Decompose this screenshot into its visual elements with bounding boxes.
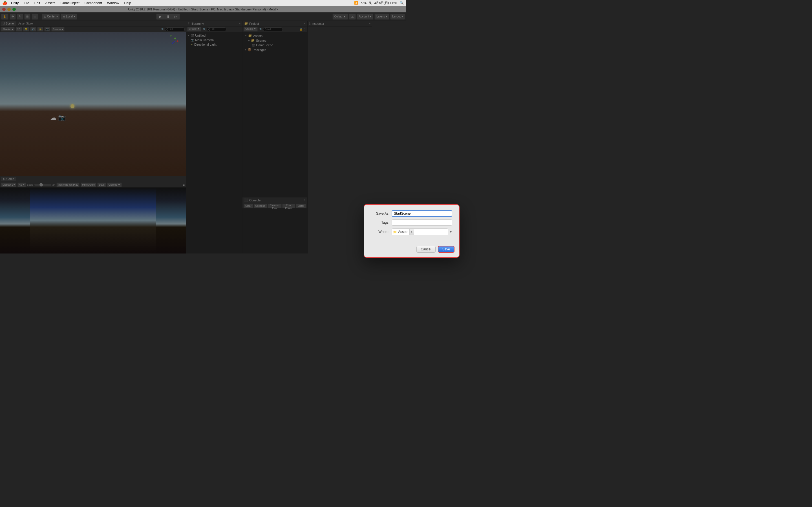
menu-file[interactable]: File	[21, 1, 31, 6]
datetime: 3月8日(日) 11:41	[374, 1, 398, 5]
menu-gameobject[interactable]: GameObject	[58, 1, 82, 6]
menu-component[interactable]: Component	[82, 1, 104, 6]
spotlight-icon[interactable]: 🔍	[400, 1, 404, 5]
apple-menu[interactable]: 🍎	[2, 1, 7, 5]
save-as-row: Save As:	[371, 210, 406, 217]
menu-help[interactable]: Help	[122, 1, 133, 6]
modal-overlay: Save As: Tags: Where: 📁 Assets ▲ ▼ ▼	[0, 0, 406, 253]
tags-label: Tags:	[371, 221, 389, 224]
tags-row: Tags:	[371, 219, 406, 226]
where-row: Where: 📁 Assets ▲ ▼ ▼	[371, 228, 406, 235]
menu-assets[interactable]: Assets	[43, 1, 57, 6]
menubar-right: 📶 77% 英 3月8日(日) 11:41 🔍	[354, 1, 404, 5]
dialog-buttons: Cancel Save	[364, 244, 406, 253]
battery-status: 77%	[360, 1, 366, 5]
where-label: Where:	[371, 230, 389, 234]
save-as-label: Save As:	[371, 212, 389, 216]
tags-input[interactable]	[392, 219, 406, 226]
where-selector[interactable]: 📁 Assets ▲ ▼	[392, 228, 406, 235]
mac-menubar: 🍎 Unity File Edit Assets GameObject Comp…	[0, 0, 406, 6]
wifi-icon: 📶	[354, 1, 358, 5]
where-value: Assets	[398, 230, 406, 234]
menu-window[interactable]: Window	[105, 1, 121, 6]
save-dialog: Save As: Tags: Where: 📁 Assets ▲ ▼ ▼	[364, 204, 406, 253]
save-as-input[interactable]	[392, 210, 406, 217]
language-indicator: 英	[369, 1, 372, 5]
where-folder-icon: 📁	[393, 230, 397, 234]
menu-edit[interactable]: Edit	[32, 1, 43, 6]
dialog-content: Save As: Tags: Where: 📁 Assets ▲ ▼ ▼	[364, 205, 406, 244]
menu-unity[interactable]: Unity	[9, 1, 21, 6]
